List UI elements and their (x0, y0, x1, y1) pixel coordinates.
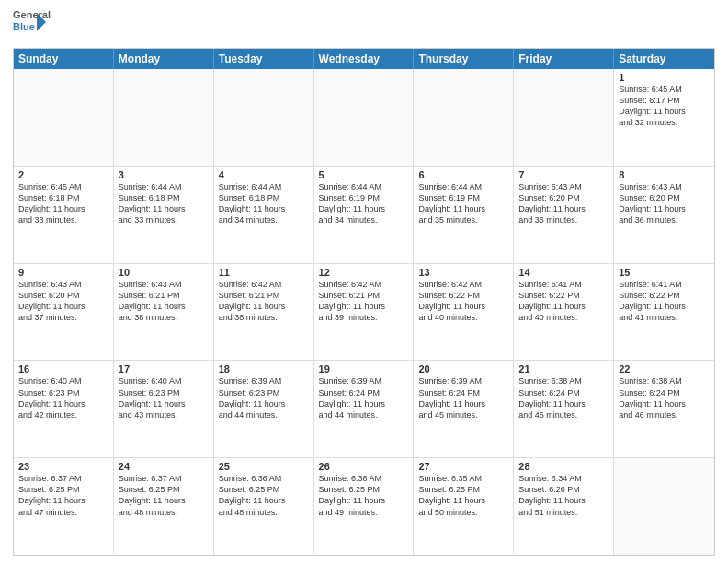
day-number-16: 16 (18, 363, 108, 374)
cell-info-23: Sunrise: 6:37 AM Sunset: 6:25 PM Dayligh… (18, 473, 108, 518)
cell-info-21: Sunrise: 6:38 AM Sunset: 6:24 PM Dayligh… (518, 375, 609, 420)
cell-info-18: Sunrise: 6:39 AM Sunset: 6:23 PM Dayligh… (219, 375, 309, 420)
header-day-thursday: Thursday (414, 49, 514, 69)
cell-info-24: Sunrise: 6:37 AM Sunset: 6:25 PM Dayligh… (119, 473, 209, 518)
cal-cell-1-1: 3Sunrise: 6:44 AM Sunset: 6:18 PM Daylig… (114, 167, 214, 263)
cell-info-3: Sunrise: 6:44 AM Sunset: 6:18 PM Dayligh… (119, 181, 209, 226)
day-number-5: 5 (319, 169, 409, 180)
page: GeneralBlue SundayMondayTuesdayWednesday… (0, 0, 728, 563)
cal-cell-0-5 (514, 69, 614, 166)
cal-cell-0-3 (314, 69, 415, 166)
cell-info-22: Sunrise: 6:38 AM Sunset: 6:24 PM Dayligh… (619, 375, 710, 420)
cal-cell-2-1: 10Sunrise: 6:43 AM Sunset: 6:21 PM Dayli… (114, 264, 214, 361)
cell-info-13: Sunrise: 6:42 AM Sunset: 6:22 PM Dayligh… (418, 279, 508, 324)
day-number-7: 7 (518, 169, 609, 180)
week-row-2: 9Sunrise: 6:43 AM Sunset: 6:20 PM Daylig… (14, 264, 714, 362)
week-row-1: 2Sunrise: 6:45 AM Sunset: 6:18 PM Daylig… (14, 167, 714, 264)
day-number-21: 21 (518, 363, 609, 374)
cal-cell-3-3: 19Sunrise: 6:39 AM Sunset: 6:24 PM Dayli… (314, 361, 415, 457)
cal-cell-1-3: 5Sunrise: 6:44 AM Sunset: 6:19 PM Daylig… (314, 167, 415, 263)
cell-info-6: Sunrise: 6:44 AM Sunset: 6:19 PM Dayligh… (418, 181, 508, 226)
cal-cell-0-6: 1Sunrise: 6:45 AM Sunset: 6:17 PM Daylig… (614, 69, 714, 166)
cell-info-11: Sunrise: 6:42 AM Sunset: 6:21 PM Dayligh… (219, 279, 309, 324)
day-number-14: 14 (518, 267, 609, 278)
day-number-9: 9 (18, 267, 108, 278)
cal-cell-2-6: 15Sunrise: 6:41 AM Sunset: 6:22 PM Dayli… (614, 264, 714, 361)
cal-cell-2-4: 13Sunrise: 6:42 AM Sunset: 6:22 PM Dayli… (414, 264, 514, 361)
day-number-25: 25 (219, 461, 309, 472)
day-number-28: 28 (518, 461, 609, 472)
cell-info-27: Sunrise: 6:35 AM Sunset: 6:25 PM Dayligh… (418, 473, 508, 518)
cal-cell-4-3: 26Sunrise: 6:36 AM Sunset: 6:25 PM Dayli… (314, 458, 415, 555)
day-number-10: 10 (119, 267, 209, 278)
cal-cell-3-0: 16Sunrise: 6:40 AM Sunset: 6:23 PM Dayli… (14, 361, 114, 457)
calendar-header: SundayMondayTuesdayWednesdayThursdayFrid… (14, 49, 714, 69)
cal-cell-1-4: 6Sunrise: 6:44 AM Sunset: 6:19 PM Daylig… (414, 167, 514, 263)
cal-cell-0-1 (114, 69, 214, 166)
header-day-sunday: Sunday (14, 49, 114, 69)
day-number-6: 6 (418, 169, 508, 180)
cell-info-8: Sunrise: 6:43 AM Sunset: 6:20 PM Dayligh… (619, 181, 710, 226)
cell-info-14: Sunrise: 6:41 AM Sunset: 6:22 PM Dayligh… (518, 279, 609, 324)
header-day-wednesday: Wednesday (314, 49, 415, 69)
header-day-saturday: Saturday (614, 49, 714, 69)
cal-cell-4-5: 28Sunrise: 6:34 AM Sunset: 6:26 PM Dayli… (514, 458, 614, 555)
cal-cell-4-2: 25Sunrise: 6:36 AM Sunset: 6:25 PM Dayli… (214, 458, 314, 555)
cell-info-19: Sunrise: 6:39 AM Sunset: 6:24 PM Dayligh… (319, 375, 409, 420)
day-number-8: 8 (619, 169, 710, 180)
cal-cell-2-5: 14Sunrise: 6:41 AM Sunset: 6:22 PM Dayli… (514, 264, 614, 361)
day-number-23: 23 (18, 461, 108, 472)
cal-cell-2-0: 9Sunrise: 6:43 AM Sunset: 6:20 PM Daylig… (14, 264, 114, 361)
cal-cell-4-1: 24Sunrise: 6:37 AM Sunset: 6:25 PM Dayli… (114, 458, 214, 555)
day-number-26: 26 (319, 461, 409, 472)
cell-info-12: Sunrise: 6:42 AM Sunset: 6:21 PM Dayligh… (319, 279, 409, 324)
cal-cell-2-3: 12Sunrise: 6:42 AM Sunset: 6:21 PM Dayli… (314, 264, 415, 361)
cell-info-15: Sunrise: 6:41 AM Sunset: 6:22 PM Dayligh… (619, 279, 710, 324)
cell-info-25: Sunrise: 6:36 AM Sunset: 6:25 PM Dayligh… (219, 473, 309, 518)
cell-info-5: Sunrise: 6:44 AM Sunset: 6:19 PM Dayligh… (319, 181, 409, 226)
day-number-27: 27 (418, 461, 508, 472)
header-day-friday: Friday (514, 49, 614, 69)
header: GeneralBlue (13, 9, 715, 42)
cell-info-9: Sunrise: 6:43 AM Sunset: 6:20 PM Dayligh… (18, 279, 108, 324)
cell-info-28: Sunrise: 6:34 AM Sunset: 6:26 PM Dayligh… (518, 473, 609, 518)
cell-info-1: Sunrise: 6:45 AM Sunset: 6:17 PM Dayligh… (619, 84, 710, 129)
cal-cell-3-6: 22Sunrise: 6:38 AM Sunset: 6:24 PM Dayli… (614, 361, 714, 457)
day-number-12: 12 (319, 267, 409, 278)
cell-info-10: Sunrise: 6:43 AM Sunset: 6:21 PM Dayligh… (119, 279, 209, 324)
cell-info-26: Sunrise: 6:36 AM Sunset: 6:25 PM Dayligh… (319, 473, 409, 518)
cell-info-2: Sunrise: 6:45 AM Sunset: 6:18 PM Dayligh… (18, 181, 108, 226)
cal-cell-0-0 (14, 69, 114, 166)
cal-cell-4-0: 23Sunrise: 6:37 AM Sunset: 6:25 PM Dayli… (14, 458, 114, 555)
day-number-19: 19 (319, 363, 409, 374)
day-number-17: 17 (119, 363, 209, 374)
day-number-3: 3 (119, 169, 209, 180)
cal-cell-1-6: 8Sunrise: 6:43 AM Sunset: 6:20 PM Daylig… (614, 167, 714, 263)
cal-cell-0-4 (414, 69, 514, 166)
logo: GeneralBlue (13, 9, 46, 42)
cal-cell-0-2 (214, 69, 314, 166)
day-number-15: 15 (619, 267, 710, 278)
day-number-22: 22 (619, 363, 710, 374)
week-row-4: 23Sunrise: 6:37 AM Sunset: 6:25 PM Dayli… (14, 458, 714, 555)
day-number-24: 24 (119, 461, 209, 472)
cell-info-4: Sunrise: 6:44 AM Sunset: 6:18 PM Dayligh… (219, 181, 309, 226)
day-number-1: 1 (619, 72, 710, 83)
cal-cell-3-4: 20Sunrise: 6:39 AM Sunset: 6:24 PM Dayli… (414, 361, 514, 457)
cal-cell-4-6 (614, 458, 714, 555)
day-number-20: 20 (418, 363, 508, 374)
day-number-4: 4 (219, 169, 309, 180)
cal-cell-1-5: 7Sunrise: 6:43 AM Sunset: 6:20 PM Daylig… (514, 167, 614, 263)
cal-cell-3-2: 18Sunrise: 6:39 AM Sunset: 6:23 PM Dayli… (214, 361, 314, 457)
day-number-13: 13 (418, 267, 508, 278)
cell-info-7: Sunrise: 6:43 AM Sunset: 6:20 PM Dayligh… (518, 181, 609, 226)
cal-cell-1-0: 2Sunrise: 6:45 AM Sunset: 6:18 PM Daylig… (14, 167, 114, 263)
cell-info-17: Sunrise: 6:40 AM Sunset: 6:23 PM Dayligh… (119, 375, 209, 420)
cal-cell-3-1: 17Sunrise: 6:40 AM Sunset: 6:23 PM Dayli… (114, 361, 214, 457)
week-row-3: 16Sunrise: 6:40 AM Sunset: 6:23 PM Dayli… (14, 361, 714, 458)
cal-cell-4-4: 27Sunrise: 6:35 AM Sunset: 6:25 PM Dayli… (414, 458, 514, 555)
day-number-2: 2 (18, 169, 108, 180)
day-number-11: 11 (219, 267, 309, 278)
cal-cell-1-2: 4Sunrise: 6:44 AM Sunset: 6:18 PM Daylig… (214, 167, 314, 263)
calendar-body: 1Sunrise: 6:45 AM Sunset: 6:17 PM Daylig… (14, 69, 714, 555)
